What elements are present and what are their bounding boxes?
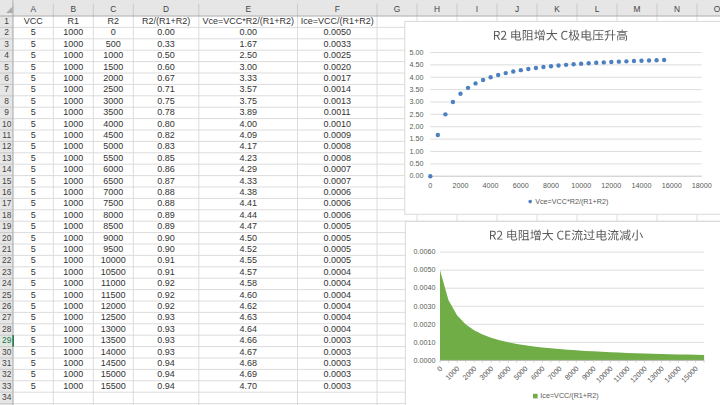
svg-text:4.58: 4.58 [239,278,257,288]
svg-text:19: 19 [2,221,12,231]
svg-text:2000: 2000 [103,73,123,83]
svg-text:20: 20 [2,233,12,243]
svg-text:0.0050: 0.0050 [414,265,436,274]
svg-text:4.60: 4.60 [239,290,257,300]
svg-text:5.00: 5.00 [410,48,424,57]
svg-text:26: 26 [2,301,12,311]
svg-text:R2: R2 [108,16,120,26]
svg-text:0.87: 0.87 [157,176,175,186]
svg-text:0.0060: 0.0060 [414,247,436,256]
svg-text:4.29: 4.29 [239,164,257,174]
svg-text:1000: 1000 [63,119,83,129]
svg-text:0.83: 0.83 [157,141,175,151]
svg-text:0.91: 0.91 [157,267,175,277]
svg-text:3.33: 3.33 [239,73,257,83]
svg-text:4.41: 4.41 [239,198,257,208]
svg-text:1000: 1000 [63,358,83,368]
svg-text:5: 5 [31,312,36,322]
svg-text:0.0010: 0.0010 [414,338,436,347]
svg-text:1.50: 1.50 [410,134,424,143]
svg-text:1000: 1000 [63,244,83,254]
svg-text:5: 5 [31,164,36,174]
svg-text:4.17: 4.17 [239,141,257,151]
svg-text:16000: 16000 [662,181,682,190]
svg-text:0.0006: 0.0006 [323,198,351,208]
svg-text:0.88: 0.88 [157,198,175,208]
svg-text:4.33: 4.33 [239,176,257,186]
svg-text:14: 14 [2,164,12,174]
svg-text:1000: 1000 [63,210,83,220]
svg-text:2500: 2500 [103,84,123,94]
svg-text:4.64: 4.64 [239,324,257,334]
svg-text:28: 28 [2,324,12,334]
svg-text:14000: 14000 [632,181,652,190]
svg-text:0.93: 0.93 [157,347,175,357]
svg-text:1000: 1000 [63,39,83,49]
svg-text:10000: 10000 [101,255,126,265]
svg-text:11: 11 [2,130,11,140]
svg-text:0.0007: 0.0007 [323,164,351,174]
svg-text:7500: 7500 [103,198,123,208]
svg-text:1000: 1000 [63,107,83,117]
svg-text:0.0008: 0.0008 [323,141,351,151]
svg-text:0.82: 0.82 [157,130,175,140]
svg-text:5: 5 [31,301,36,311]
svg-text:1000: 1000 [63,50,83,60]
svg-text:5: 5 [31,210,36,220]
svg-text:J: J [515,4,519,14]
svg-text:12000: 12000 [101,301,126,311]
svg-text:4.44: 4.44 [239,210,257,220]
svg-text:4.66: 4.66 [239,335,257,345]
svg-text:0.0004: 0.0004 [323,301,351,311]
svg-text:7000: 7000 [103,187,123,197]
svg-text:0.0020: 0.0020 [414,320,436,329]
svg-text:500: 500 [106,39,121,49]
svg-text:5: 5 [4,62,9,72]
svg-text:5: 5 [31,119,36,129]
svg-text:0.50: 0.50 [410,159,424,168]
svg-text:0.00: 0.00 [157,27,175,37]
svg-text:5: 5 [31,84,36,94]
svg-text:22: 22 [2,255,12,265]
svg-text:1000: 1000 [63,278,83,288]
svg-text:5: 5 [31,255,36,265]
svg-text:1000: 1000 [63,96,83,106]
svg-text:Ice=VCC/(R1+R2): Ice=VCC/(R1+R2) [301,16,374,26]
svg-text:5: 5 [31,130,36,140]
svg-text:1000: 1000 [63,347,83,357]
svg-text:8000: 8000 [543,181,559,190]
svg-text:3000: 3000 [103,96,123,106]
svg-text:0.0008: 0.0008 [323,153,351,163]
svg-text:0.0003: 0.0003 [323,358,351,368]
svg-text:0.0005: 0.0005 [323,221,351,231]
svg-text:3.50: 3.50 [410,85,424,94]
svg-text:6: 6 [4,73,9,83]
svg-text:0.92: 0.92 [157,301,175,311]
svg-text:0: 0 [111,27,116,37]
svg-text:4.00: 4.00 [239,119,257,129]
svg-text:1000: 1000 [63,221,83,231]
svg-text:23: 23 [2,267,12,277]
svg-text:1000: 1000 [63,381,83,391]
svg-text:4000: 4000 [103,119,123,129]
svg-text:4.50: 4.50 [410,60,424,69]
svg-text:3.75: 3.75 [239,96,257,106]
svg-text:5: 5 [31,347,36,357]
svg-text:0.0006: 0.0006 [323,187,351,197]
svg-text:0.0003: 0.0003 [323,347,351,357]
svg-text:2.50: 2.50 [410,110,424,119]
svg-text:3.00: 3.00 [410,97,424,106]
svg-text:18: 18 [2,210,12,220]
svg-text:0.0040: 0.0040 [414,284,436,293]
svg-text:7: 7 [4,84,9,94]
svg-text:0.90: 0.90 [157,244,175,254]
svg-text:5: 5 [31,335,36,345]
svg-text:15500: 15500 [101,381,126,391]
svg-text:5: 5 [31,369,36,379]
svg-text:5: 5 [31,39,36,49]
svg-text:5: 5 [31,233,36,243]
svg-text:0.0020: 0.0020 [323,62,351,72]
svg-text:0.93: 0.93 [157,312,175,322]
svg-text:R1: R1 [68,16,80,26]
svg-text:34: 34 [2,392,12,402]
